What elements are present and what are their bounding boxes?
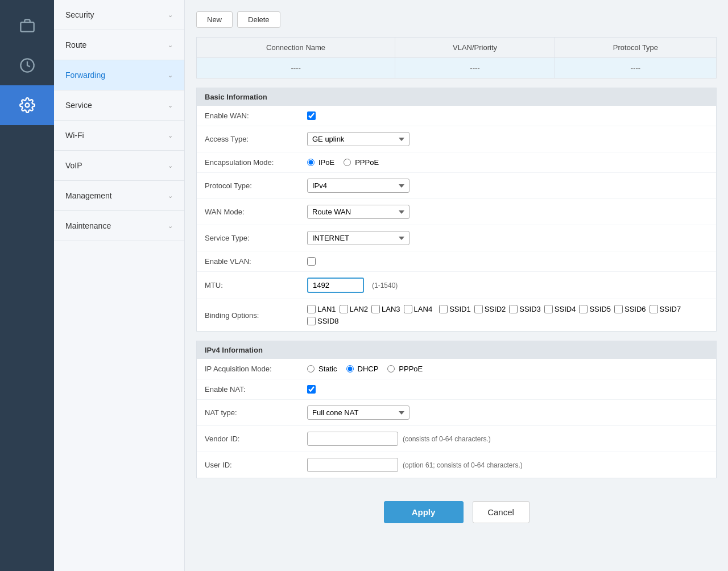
binding-lan2: LAN2 — [340, 305, 369, 313]
enable-nat-row: Enable NAT: — [197, 379, 716, 400]
nav-item-management[interactable]: Management ⌄ — [54, 181, 184, 211]
table-row[interactable]: ---- ---- ---- — [197, 58, 717, 78]
binding-options-group: LAN1 LAN2 LAN3 LAN4 SSID1 SSID2 SSID3 SS… — [307, 305, 708, 325]
wan-mode-control: Route WAN — [307, 205, 410, 219]
nav-item-wifi[interactable]: Wi-Fi ⌄ — [54, 121, 184, 151]
binding-options-control: LAN1 LAN2 LAN3 LAN4 SSID1 SSID2 SSID3 SS… — [307, 305, 708, 325]
ip-acq-pppoe-radio[interactable] — [387, 365, 395, 373]
nav-item-security[interactable]: Security ⌄ — [54, 0, 184, 30]
protocol-type-select[interactable]: IPv4 — [307, 179, 410, 193]
encapsulation-row: Encapsulation Mode: IPoE PPPoE — [197, 152, 716, 173]
enable-vlan-checkbox[interactable] — [307, 257, 316, 266]
user-id-input[interactable] — [307, 458, 398, 472]
binding-ssid8: SSID8 — [307, 317, 339, 325]
encapsulation-ipoe-label[interactable]: IPoE — [307, 158, 334, 167]
chevron-down-icon: ⌄ — [168, 72, 173, 79]
binding-ssid7-checkbox[interactable] — [650, 305, 658, 313]
table-cell-vlan: ---- — [395, 58, 555, 78]
nat-type-select[interactable]: Full cone NAT — [307, 406, 410, 420]
table-cell-protocol: ---- — [555, 58, 716, 78]
mtu-control: (1-1540) — [307, 278, 398, 293]
wan-mode-select[interactable]: Route WAN — [307, 205, 410, 219]
service-type-row: Service Type: INTERNET — [197, 225, 716, 251]
access-type-label: Access Type: — [205, 135, 307, 143]
encapsulation-label: Encapsulation Mode: — [205, 158, 307, 167]
enable-wan-label: Enable WAN: — [205, 111, 307, 120]
sidebar-icon-briefcase[interactable] — [0, 6, 54, 45]
svg-rect-0 — [20, 22, 34, 31]
protocol-type-control: IPv4 — [307, 179, 410, 193]
enable-nat-checkbox[interactable] — [307, 385, 316, 394]
binding-ssid5-checkbox[interactable] — [579, 305, 588, 313]
user-id-label: User ID: — [205, 461, 307, 469]
binding-ssid7: SSID7 — [650, 305, 681, 313]
binding-ssid2-checkbox[interactable] — [474, 305, 483, 313]
binding-ssid3-checkbox[interactable] — [509, 305, 518, 313]
encapsulation-ipoe-radio[interactable] — [307, 159, 315, 166]
vendor-id-input[interactable] — [307, 432, 398, 446]
mtu-row: MTU: (1-1540) — [197, 272, 716, 299]
mtu-label: MTU: — [205, 281, 307, 289]
binding-lan1: LAN1 — [307, 305, 336, 313]
apply-button[interactable]: Apply — [384, 501, 464, 523]
ipv4-info-section: IPv4 Information IP Acquisition Mode: St… — [196, 341, 717, 478]
nav-item-maintenance[interactable]: Maintenance ⌄ — [54, 211, 184, 241]
binding-lan3-checkbox[interactable] — [371, 305, 380, 313]
enable-nat-control — [307, 385, 316, 394]
vendor-id-row: Vendor ID: (consists of 0-64 characters.… — [197, 426, 716, 452]
ip-acq-pppoe-label[interactable]: PPPoE — [387, 365, 423, 373]
nav-item-service[interactable]: Service ⌄ — [54, 90, 184, 121]
nav-item-voip[interactable]: VoIP ⌄ — [54, 151, 184, 181]
ip-acq-static-radio[interactable] — [307, 365, 315, 373]
chevron-down-icon: ⌄ — [168, 192, 173, 200]
binding-ssid1-checkbox[interactable] — [439, 305, 448, 313]
wan-mode-label: WAN Mode: — [205, 208, 307, 216]
mtu-input[interactable] — [307, 278, 364, 293]
delete-button[interactable]: Delete — [237, 11, 280, 28]
enable-vlan-control — [307, 257, 316, 266]
ip-acq-row: IP Acquisition Mode: Static DHCP PPPoE — [197, 359, 716, 379]
access-type-select[interactable]: GE uplink — [307, 132, 410, 146]
sidebar-icon-gear[interactable] — [0, 85, 54, 125]
ip-acq-dhcp-radio[interactable] — [346, 365, 354, 373]
binding-ssid3: SSID3 — [509, 305, 541, 313]
encapsulation-pppoe-radio[interactable] — [344, 159, 351, 166]
toolbar: New Delete — [196, 11, 717, 28]
user-id-row: User ID: (option 61; consists of 0-64 ch… — [197, 452, 716, 478]
mtu-hint: (1-1540) — [372, 282, 398, 289]
vendor-id-hint: (consists of 0-64 characters.) — [403, 435, 491, 443]
user-id-control: (option 61; consists of 0-64 characters.… — [307, 458, 523, 472]
chevron-down-icon: ⌄ — [168, 102, 173, 109]
binding-ssid6-checkbox[interactable] — [614, 305, 623, 313]
ip-acq-label: IP Acquisition Mode: — [205, 365, 307, 373]
ip-acq-control: Static DHCP PPPoE — [307, 365, 423, 373]
cancel-button[interactable]: Cancel — [473, 501, 530, 523]
nav-item-route[interactable]: Route ⌄ — [54, 30, 184, 60]
connection-table: Connection Name VLAN/Priority Protocol T… — [196, 37, 717, 78]
nat-type-row: NAT type: Full cone NAT — [197, 400, 716, 426]
nav-menu: Security ⌄ Route ⌄ Forwarding ⌄ Service … — [54, 0, 185, 571]
ip-acq-dhcp-label[interactable]: DHCP — [346, 365, 379, 373]
table-header-protocol: Protocol Type — [555, 38, 716, 58]
binding-lan2-checkbox[interactable] — [340, 305, 348, 313]
ip-acq-static-label[interactable]: Static — [307, 365, 337, 373]
svg-point-2 — [25, 104, 29, 107]
service-type-select[interactable]: INTERNET — [307, 231, 410, 245]
binding-ssid5: SSID5 — [579, 305, 611, 313]
binding-ssid1: SSID1 — [439, 305, 471, 313]
chevron-down-icon: ⌄ — [168, 11, 173, 19]
protocol-type-row: Protocol Type: IPv4 — [197, 173, 716, 199]
new-button[interactable]: New — [196, 11, 233, 28]
nav-item-forwarding[interactable]: Forwarding ⌄ — [54, 60, 184, 90]
binding-ssid8-checkbox[interactable] — [307, 317, 316, 325]
binding-lan1-checkbox[interactable] — [307, 305, 316, 313]
wan-mode-row: WAN Mode: Route WAN — [197, 199, 716, 225]
encapsulation-pppoe-label[interactable]: PPPoE — [344, 158, 379, 167]
enable-wan-checkbox[interactable] — [307, 111, 316, 120]
table-cell-conn-name: ---- — [197, 58, 395, 78]
sidebar-icon-clock[interactable] — [0, 45, 54, 85]
binding-options-row: Binding Options: LAN1 LAN2 LAN3 LAN4 SSI… — [197, 299, 716, 331]
binding-ssid4-checkbox[interactable] — [544, 305, 553, 313]
binding-lan4-checkbox[interactable] — [404, 305, 412, 313]
enable-vlan-row: Enable VLAN: — [197, 251, 716, 272]
